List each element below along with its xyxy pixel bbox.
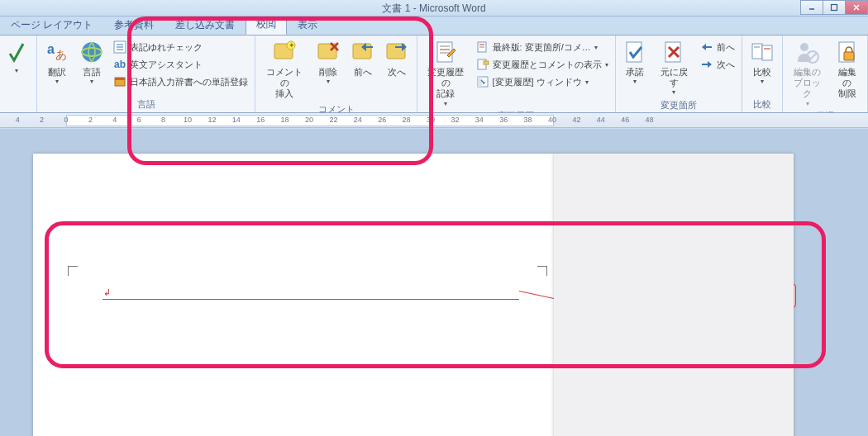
group-label-changes: 変更箇所 bbox=[619, 97, 738, 113]
chevron-down-icon: ▾ bbox=[585, 80, 589, 85]
show-markup-button[interactable]: 変更履歴とコメントの表示 ▾ bbox=[473, 56, 612, 73]
translate-label: 翻訳 bbox=[48, 67, 66, 78]
block-authors-icon bbox=[794, 39, 821, 65]
chevron-down-icon: ▾ bbox=[327, 79, 330, 84]
accept-button[interactable]: 承諾 ▾ bbox=[619, 37, 651, 87]
group-language: aあ 翻訳 ▾ 言語 ▾ 表記ゆれチェック bbox=[37, 36, 255, 112]
svg-rect-1 bbox=[832, 5, 837, 11]
tab-mailings[interactable]: 差し込み文書 bbox=[165, 15, 246, 35]
pane-icon bbox=[476, 75, 489, 88]
ruler-tick: 10 bbox=[184, 116, 192, 124]
language-button[interactable]: 言語 ▾ bbox=[75, 37, 108, 87]
svg-rect-14 bbox=[115, 78, 125, 80]
reviewing-pane-button[interactable]: [変更履歴] ウィンドウ ▾ bbox=[473, 73, 612, 90]
ruler-tick: 4 bbox=[112, 116, 117, 124]
ruler-tick: 30 bbox=[427, 116, 435, 124]
insert-comment-button[interactable]: ✦ コメントの 挿入 bbox=[259, 37, 310, 102]
spelling-check-label: 表記ゆれチェック bbox=[130, 41, 203, 54]
window-title: 文書 1 - Microsoft Word bbox=[382, 2, 485, 16]
page-margin-corner-tr bbox=[537, 266, 547, 276]
ruler-tick: 14 bbox=[232, 116, 241, 124]
ime-dictionary-button[interactable]: 日本語入力辞書への単語登録 bbox=[110, 73, 251, 90]
chevron-down-icon: ▾ bbox=[761, 79, 764, 84]
svg-text:あ: あ bbox=[55, 48, 67, 61]
restrict-editing-button[interactable]: 編集の 制限 bbox=[830, 37, 864, 102]
tab-page-layout[interactable]: ページ レイアウト bbox=[0, 15, 103, 35]
group-tracking: 変更履歴の 記録 ▾ 最終版: 変更箇所/コメ… ▾ 変更履歴とコメントの表示 … bbox=[417, 36, 616, 112]
english-assistant-button[interactable]: ab 英文アシスタント bbox=[110, 56, 251, 73]
document-final-icon bbox=[476, 40, 489, 54]
globe-icon bbox=[79, 39, 105, 65]
dictionary-icon bbox=[113, 75, 126, 88]
svg-rect-46 bbox=[844, 52, 854, 60]
maximize-button[interactable] bbox=[823, 0, 846, 15]
block-authors-button: 編集の ブロック ▾ bbox=[786, 37, 828, 108]
arrow-next-icon bbox=[700, 58, 713, 71]
track-changes-label: 変更履歴の 記録 bbox=[424, 67, 468, 100]
language-label: 言語 bbox=[83, 67, 101, 78]
document-area: ↲ コメント [U1]: ↲ bbox=[0, 129, 868, 436]
svg-text:✦: ✦ bbox=[289, 41, 295, 50]
svg-rect-38 bbox=[752, 44, 762, 59]
spelling-check-button[interactable]: 表記ゆれチェック bbox=[110, 39, 251, 55]
ruler-tick: 46 bbox=[621, 116, 629, 124]
ruler-tick: 2 bbox=[40, 116, 44, 124]
ruler-tick: 48 bbox=[646, 116, 654, 124]
chevron-down-icon: ▾ bbox=[605, 63, 608, 68]
arrow-prev-icon bbox=[700, 40, 713, 54]
svg-text:ab: ab bbox=[114, 59, 126, 70]
ruler-tick: 16 bbox=[256, 116, 265, 124]
proofing-partial-button[interactable]: ▾ bbox=[0, 37, 33, 75]
ruler-tick: 42 bbox=[572, 116, 580, 124]
tab-references[interactable]: 参考資料 bbox=[103, 15, 165, 35]
show-markup-icon bbox=[476, 58, 489, 71]
comment-new-icon: ✦ bbox=[271, 39, 298, 65]
prev-change-button[interactable]: 前へ bbox=[697, 39, 738, 55]
chevron-down-icon: ▾ bbox=[15, 69, 18, 73]
restrict-icon bbox=[834, 39, 861, 65]
group-proofing-partial: ▾ bbox=[0, 36, 37, 112]
svg-point-6 bbox=[82, 42, 102, 62]
translate-button[interactable]: aあ 翻訳 ▾ bbox=[41, 37, 74, 87]
comment-prev-icon bbox=[350, 39, 376, 65]
ruler-tick: 18 bbox=[281, 116, 289, 124]
document-page[interactable]: ↲ コメント [U1]: ↲ bbox=[33, 154, 554, 436]
track-changes-icon bbox=[432, 39, 459, 65]
reviewing-pane-label: [変更履歴] ウィンドウ bbox=[493, 76, 582, 88]
horizontal-ruler[interactable]: 4202468101214161820222426283032343638404… bbox=[0, 113, 868, 128]
tab-view[interactable]: 表示 bbox=[287, 15, 328, 35]
next-comment-button[interactable]: 次へ bbox=[380, 37, 413, 79]
close-button[interactable] bbox=[845, 0, 868, 15]
display-for-review-dropdown[interactable]: 最終版: 変更箇所/コメ… ▾ bbox=[473, 39, 612, 55]
prev-comment-label: 前へ bbox=[354, 67, 372, 78]
ime-dictionary-label: 日本語入力辞書への単語登録 bbox=[130, 76, 248, 88]
minimize-button[interactable] bbox=[800, 0, 823, 15]
compare-button[interactable]: 比較 ▾ bbox=[746, 37, 779, 87]
ribbon-tabs: ページ レイアウト 参考資料 差し込み文書 校閲 表示 bbox=[0, 17, 868, 35]
chevron-down-icon: ▾ bbox=[90, 79, 93, 84]
svg-rect-39 bbox=[762, 45, 772, 60]
comment-delete-icon bbox=[315, 39, 341, 65]
next-change-button[interactable]: 次へ bbox=[697, 56, 738, 73]
group-protect: 編集の ブロック ▾ 編集の 制限 保護 bbox=[783, 36, 868, 112]
chevron-down-icon: ▾ bbox=[672, 90, 675, 95]
chevron-down-icon: ▾ bbox=[594, 45, 598, 50]
prev-comment-button[interactable]: 前へ bbox=[346, 37, 379, 79]
english-assistant-label: 英文アシスタント bbox=[130, 59, 203, 71]
tab-review[interactable]: 校閲 bbox=[246, 14, 287, 35]
block-authors-label: 編集の ブロック bbox=[789, 67, 825, 100]
display-for-review-label: 最終版: 変更箇所/コメ… bbox=[493, 41, 591, 54]
ruler-tick: 20 bbox=[305, 116, 313, 124]
window-controls bbox=[801, 0, 868, 15]
ruler-tick: 22 bbox=[329, 116, 337, 124]
restrict-label: 編集の 制限 bbox=[833, 67, 861, 100]
ruler-tick: 0 bbox=[64, 116, 68, 124]
reject-button[interactable]: 元に戻す ▾ bbox=[653, 37, 695, 97]
comment-connector-line bbox=[103, 299, 519, 300]
ruler-tick: 8 bbox=[161, 116, 165, 124]
group-label-compare: 比較 bbox=[746, 97, 779, 112]
track-changes-button[interactable]: 変更履歴の 記録 ▾ bbox=[421, 37, 471, 108]
delete-comment-button[interactable]: 削除 ▾ bbox=[312, 37, 345, 87]
group-compare: 比較 ▾ 比較 bbox=[742, 36, 783, 112]
group-comments: ✦ コメントの 挿入 削除 ▾ 前へ 次へ bbox=[255, 36, 417, 112]
